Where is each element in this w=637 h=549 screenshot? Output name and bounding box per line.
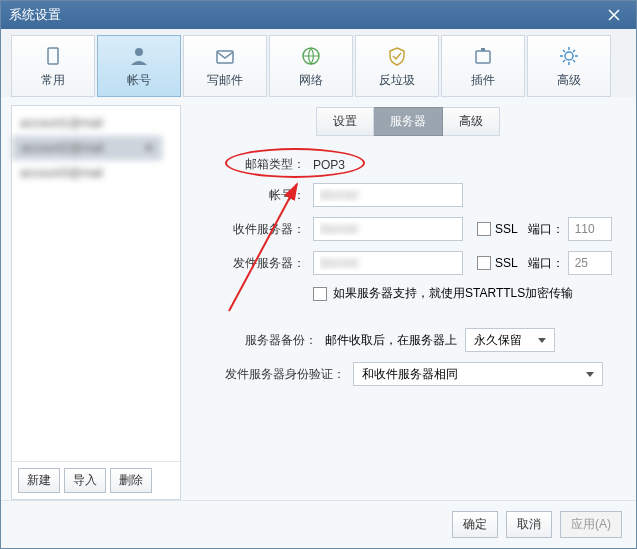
titlebar: 系统设置 xyxy=(1,1,636,29)
delete-account-button[interactable]: 删除 xyxy=(110,468,152,493)
tab-antispam[interactable]: 反垃圾 xyxy=(355,35,439,97)
backup-row: 服务器备份： 邮件收取后，在服务器上 永久保留 xyxy=(197,328,618,352)
cancel-button[interactable]: 取消 xyxy=(506,511,552,538)
subtab-advanced[interactable]: 高级 xyxy=(443,107,500,136)
auth-label: 发件服务器身份验证： xyxy=(197,366,345,383)
tab-label: 写邮件 xyxy=(207,72,243,89)
incoming-input[interactable] xyxy=(313,217,463,241)
general-icon xyxy=(41,44,65,68)
svg-point-1 xyxy=(135,48,143,56)
tab-advanced[interactable]: 高级 xyxy=(527,35,611,97)
footer: 确定 取消 应用(A) xyxy=(1,500,636,548)
tab-compose[interactable]: 写邮件 xyxy=(183,35,267,97)
account-item[interactable]: account3@mail xyxy=(12,160,180,186)
outgoing-port-input[interactable] xyxy=(568,251,612,275)
svg-rect-4 xyxy=(476,51,490,63)
account-icon xyxy=(127,44,151,68)
annotation-arrow xyxy=(219,176,309,316)
tab-account[interactable]: 帐号 xyxy=(97,35,181,97)
top-tabbar: 常用 帐号 写邮件 网络 反垃圾 插件 高级 xyxy=(1,29,636,97)
body: account1@mail account2@mail account3@mai… xyxy=(1,97,636,500)
shield-icon xyxy=(385,44,409,68)
import-account-button[interactable]: 导入 xyxy=(64,468,106,493)
svg-rect-5 xyxy=(481,48,485,51)
auth-row: 发件服务器身份验证： 和收件服务器相同 xyxy=(197,362,618,386)
backup-label: 服务器备份： xyxy=(197,332,317,349)
tab-plugins[interactable]: 插件 xyxy=(441,35,525,97)
gear-icon xyxy=(557,44,581,68)
sub-tabbar: 设置 服务器 高级 xyxy=(189,105,626,136)
main-panel: 设置 服务器 高级 邮箱类型： POP3 帐号： 收件服务器： xyxy=(189,105,626,500)
starttls-checkbox[interactable] xyxy=(313,287,327,301)
tab-label: 高级 xyxy=(557,72,581,89)
incoming-port-input[interactable] xyxy=(568,217,612,241)
tab-general[interactable]: 常用 xyxy=(11,35,95,97)
annotation-ellipse xyxy=(225,148,365,178)
backup-text: 邮件收取后，在服务器上 xyxy=(325,332,457,349)
tab-label: 常用 xyxy=(41,72,65,89)
close-icon xyxy=(608,9,620,21)
svg-rect-2 xyxy=(217,51,233,63)
window-title: 系统设置 xyxy=(9,6,61,24)
outgoing-input[interactable] xyxy=(313,251,463,275)
backup-select[interactable]: 永久保留 xyxy=(465,328,555,352)
globe-icon xyxy=(299,44,323,68)
auth-select[interactable]: 和收件服务器相同 xyxy=(353,362,603,386)
form-area: 邮箱类型： POP3 帐号： 收件服务器： SSL 端口： xyxy=(189,136,626,500)
close-button[interactable] xyxy=(600,4,628,26)
tab-label: 反垃圾 xyxy=(379,72,415,89)
tab-label: 网络 xyxy=(299,72,323,89)
plugin-icon xyxy=(471,44,495,68)
settings-window: 系统设置 常用 帐号 写邮件 网络 反垃圾 插件 xyxy=(0,0,637,549)
port-label: 端口： xyxy=(528,255,564,272)
svg-line-7 xyxy=(229,184,297,311)
tab-label: 插件 xyxy=(471,72,495,89)
tab-network[interactable]: 网络 xyxy=(269,35,353,97)
sidebar-buttons: 新建 导入 删除 xyxy=(12,461,180,499)
port-label: 端口： xyxy=(528,221,564,238)
outgoing-ssl-checkbox[interactable] xyxy=(477,256,491,270)
incoming-ssl-checkbox[interactable] xyxy=(477,222,491,236)
svg-rect-0 xyxy=(48,48,58,64)
compose-icon xyxy=(213,44,237,68)
account-input[interactable] xyxy=(313,183,463,207)
account-item[interactable]: account2@mail xyxy=(12,136,162,160)
ssl-label: SSL xyxy=(495,222,518,236)
svg-point-6 xyxy=(565,52,573,60)
new-account-button[interactable]: 新建 xyxy=(18,468,60,493)
subtab-settings[interactable]: 设置 xyxy=(316,107,374,136)
subtab-server[interactable]: 服务器 xyxy=(374,107,443,136)
starttls-label: 如果服务器支持，就使用STARTTLS加密传输 xyxy=(333,285,573,302)
ok-button[interactable]: 确定 xyxy=(452,511,498,538)
apply-button[interactable]: 应用(A) xyxy=(560,511,622,538)
account-item[interactable]: account1@mail xyxy=(12,110,180,136)
account-sidebar: account1@mail account2@mail account3@mai… xyxy=(11,105,181,500)
account-list: account1@mail account2@mail account3@mai… xyxy=(12,106,180,461)
ssl-label: SSL xyxy=(495,256,518,270)
tab-label: 帐号 xyxy=(127,72,151,89)
